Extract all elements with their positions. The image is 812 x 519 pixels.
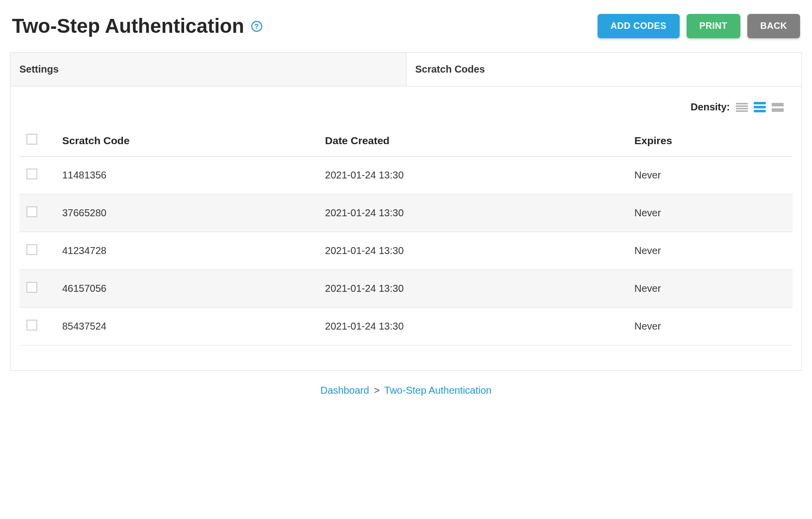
table-row: 37665280 2021-01-24 13:30 Never	[19, 194, 793, 232]
col-scratch-code[interactable]: Scratch Code	[55, 125, 318, 157]
select-all-cell	[19, 125, 55, 157]
cell-code: 41234728	[55, 232, 318, 270]
breadcrumb-dashboard-link[interactable]: Dashboard	[320, 385, 369, 396]
col-date-created[interactable]: Date Created	[318, 125, 627, 157]
table-row: 46157056 2021-01-24 13:30 Never	[19, 270, 793, 308]
action-buttons: ADD CODES PRINT BACK	[598, 14, 800, 38]
breadcrumb-separator: >	[374, 385, 380, 396]
scratch-codes-table: Scratch Code Date Created Expires 114813…	[19, 125, 793, 346]
density-compact-icon[interactable]	[736, 103, 748, 112]
cell-code: 11481356	[55, 157, 318, 194]
cell-date: 2021-01-24 13:30	[318, 194, 627, 232]
table-row: 41234728 2021-01-24 13:30 Never	[19, 232, 793, 270]
cell-date: 2021-01-24 13:30	[318, 157, 627, 194]
cell-expires: Never	[627, 270, 793, 308]
row-checkbox[interactable]	[26, 282, 37, 293]
tab-scratch-codes[interactable]: Scratch Codes	[406, 53, 802, 86]
cell-expires: Never	[627, 232, 793, 270]
density-controls: Density:	[19, 101, 793, 113]
tab-bar: Settings Scratch Codes	[10, 53, 802, 86]
content-panel: Settings Scratch Codes Density: Scratc	[10, 52, 802, 371]
col-expires[interactable]: Expires	[627, 125, 793, 157]
density-medium-icon[interactable]	[754, 102, 766, 112]
page-title: Two-Step Authentication	[12, 15, 244, 37]
print-button[interactable]: PRINT	[687, 14, 741, 38]
density-label: Density:	[691, 101, 730, 113]
breadcrumb: Dashboard > Two-Step Authentication	[10, 385, 802, 396]
cell-expires: Never	[627, 308, 793, 346]
cell-code: 85437524	[55, 308, 318, 346]
tab-settings[interactable]: Settings	[10, 53, 406, 86]
table-row: 85437524 2021-01-24 13:30 Never	[19, 308, 793, 346]
add-codes-button[interactable]: ADD CODES	[598, 14, 680, 38]
density-large-icon[interactable]	[772, 103, 784, 112]
title-wrap: Two-Step Authentication ?	[12, 15, 262, 37]
cell-date: 2021-01-24 13:30	[318, 270, 627, 308]
breadcrumb-current-link[interactable]: Two-Step Authentication	[384, 385, 492, 396]
help-icon[interactable]: ?	[251, 21, 262, 32]
row-checkbox[interactable]	[26, 244, 37, 255]
row-checkbox[interactable]	[26, 206, 37, 217]
cell-date: 2021-01-24 13:30	[318, 308, 627, 346]
row-checkbox[interactable]	[26, 169, 37, 179]
cell-date: 2021-01-24 13:30	[318, 232, 627, 270]
cell-code: 46157056	[55, 270, 318, 308]
cell-expires: Never	[627, 157, 793, 194]
row-checkbox[interactable]	[26, 320, 37, 331]
panel-body: Density: Scratch Code Date Created Expi	[10, 86, 802, 370]
select-all-checkbox[interactable]	[26, 134, 37, 145]
cell-code: 37665280	[55, 194, 318, 232]
page-header: Two-Step Authentication ? ADD CODES PRIN…	[10, 10, 802, 38]
table-header-row: Scratch Code Date Created Expires	[19, 125, 793, 157]
table-row: 11481356 2021-01-24 13:30 Never	[19, 157, 793, 194]
back-button[interactable]: BACK	[747, 14, 800, 38]
cell-expires: Never	[627, 194, 793, 232]
